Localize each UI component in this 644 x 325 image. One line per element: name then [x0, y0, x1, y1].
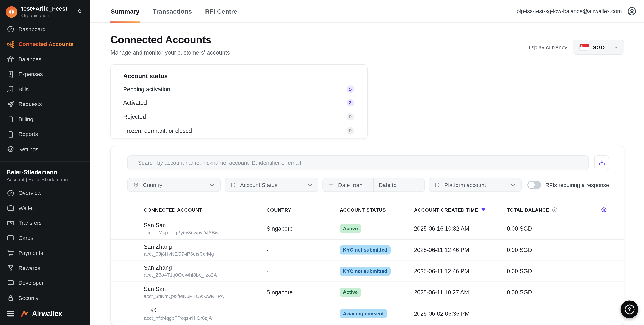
singapore-flag-icon — [580, 44, 589, 51]
date-to-input[interactable]: Date to — [374, 178, 424, 191]
count-badge: 2 — [347, 99, 354, 107]
table-row[interactable]: San Zhang acct_03j8HyNEO9-iP6djsCcrMg - … — [111, 239, 624, 261]
globe-icon — [8, 9, 15, 15]
tab-bar: Summary Transactions RFI Centre — [110, 0, 237, 23]
topbar-user[interactable]: plp-iss-test-sg-low-balance@airwallex.co… — [517, 0, 637, 23]
sidebar-item-requests[interactable]: Requests — [0, 97, 90, 112]
sidebar-item-overview[interactable]: Overview — [0, 185, 90, 200]
info-icon[interactable] — [552, 207, 558, 213]
org-switcher[interactable]: test+Arlie_Feest Organisation — [0, 0, 90, 19]
country-cell: Singapore — [266, 289, 340, 296]
credit-card-icon — [6, 234, 15, 242]
created-time-cell: 2025-06-16 10:32 AM — [414, 225, 507, 232]
accounts-table-card: Country Account Status — [110, 146, 624, 325]
count-badge: 5 — [347, 86, 354, 93]
status-badge: Active — [340, 224, 361, 233]
column-country: COUNTRY — [266, 207, 340, 213]
rfi-toggle[interactable] — [527, 181, 541, 189]
status-badge: Awaiting consent — [340, 309, 387, 318]
platform-account-filter[interactable]: Platform account — [429, 178, 522, 192]
status-row-activated[interactable]: Activated 2 — [123, 96, 354, 110]
org-menu: Dashboard Connected Accounts Balances Ex… — [0, 22, 90, 157]
date-range-filter: Date from Date to — [322, 178, 425, 192]
app: test+Arlie_Feest Organisation Dashboard … — [0, 0, 644, 325]
sidebar-item-balances[interactable]: Balances — [0, 52, 90, 67]
paper-plane-icon — [6, 100, 15, 108]
invoice-icon — [6, 85, 15, 93]
sidebar-item-rewards[interactable]: Rewards — [0, 260, 90, 275]
org-selector-icon[interactable] — [76, 8, 83, 16]
main-area: Summary Transactions RFI Centre plp-iss-… — [90, 0, 644, 325]
help-button[interactable]: ? — [621, 300, 638, 318]
currency-code: SGD — [592, 44, 604, 50]
lock-icon — [6, 294, 15, 302]
download-icon — [598, 159, 606, 167]
account-status-card: Account status Pending activation 5 Acti… — [110, 64, 368, 139]
status-row-rejected[interactable]: Rejected 0 — [123, 110, 354, 124]
platform-tag-icon — [434, 182, 441, 188]
document-icon — [6, 130, 15, 138]
monitor-icon — [6, 279, 15, 287]
country-filter[interactable]: Country — [127, 178, 220, 192]
tab-transactions[interactable]: Transactions — [153, 0, 192, 23]
sidebar-item-billing[interactable]: Billing — [0, 112, 90, 127]
account-name: 三 张 — [144, 306, 266, 314]
currency-select[interactable]: SGD — [573, 40, 624, 55]
sidebar-item-cards[interactable]: Cards — [0, 231, 90, 245]
account-subtitle: Account | Beier-Stiedemann — [6, 177, 83, 182]
table-row[interactable]: San San acct_FMcp_iqqPy6y8owpvDJABw Sing… — [111, 218, 624, 239]
download-button[interactable] — [594, 155, 609, 170]
sidebar-item-security[interactable]: Security — [0, 290, 90, 305]
balance-cell: - — [507, 310, 609, 317]
account-status-filter[interactable]: Account Status — [224, 178, 318, 192]
location-pin-icon — [133, 182, 139, 188]
sort-desc-icon[interactable] — [482, 208, 486, 212]
created-time-cell: 2025-06-02 06:36 PM — [414, 310, 507, 317]
count-badge: 0 — [347, 127, 354, 134]
column-account-created-time[interactable]: ACCOUNT CREATED TIME — [414, 207, 507, 213]
balance-cell: 0.00 SGD — [507, 289, 609, 296]
connected-accounts-icon — [6, 40, 15, 49]
date-from-input[interactable]: Date from — [323, 178, 374, 191]
tab-summary[interactable]: Summary — [110, 0, 140, 23]
banknote-icon — [6, 219, 15, 227]
column-settings-gear-icon[interactable] — [600, 206, 607, 213]
display-currency-label: Display currency — [526, 44, 567, 50]
sidebar-item-settings[interactable]: Settings — [0, 142, 90, 157]
status-badge: KYC not submitted — [340, 267, 390, 276]
account-menu: Overview Wallet Transfers Cards — [0, 185, 90, 305]
sidebar-item-dashboard[interactable]: Dashboard — [0, 22, 90, 37]
chevron-down-icon — [209, 182, 215, 188]
trophy-icon — [6, 264, 15, 272]
sidebar-item-developer[interactable]: Developer — [0, 276, 90, 290]
sidebar-item-payments[interactable]: Payments — [0, 245, 90, 260]
dashboard-icon — [6, 25, 15, 34]
balance-cell: 0.00 SGD — [507, 247, 609, 253]
account-id: acct_hfxMqgpTPkqs-rHIOr6qjA — [144, 315, 266, 321]
search-input[interactable] — [127, 155, 589, 170]
sidebar-item-transfers[interactable]: Transfers — [0, 216, 90, 231]
column-total-balance: TOTAL BALANCE — [507, 207, 609, 213]
display-currency: Display currency SGD — [526, 40, 624, 55]
question-mark-icon: ? — [624, 304, 634, 314]
menu-collapse-icon[interactable] — [8, 311, 14, 316]
status-row-pending[interactable]: Pending activation 5 — [123, 82, 354, 96]
sidebar-item-reports[interactable]: Reports — [0, 127, 90, 142]
account-id: acct_FMcp_iqqPy6y8owpvDJABw — [144, 230, 266, 235]
account-name: San Zhang — [144, 243, 266, 250]
sidebar-item-connected-accounts[interactable]: Connected Accounts — [0, 37, 90, 52]
table-row[interactable]: San San acct_3hKmQ9xfMN6PBOv5JwREPA Sing… — [111, 282, 624, 303]
status-badge: Active — [340, 288, 361, 297]
airwallex-logo-text: Airwallex — [32, 309, 62, 318]
account-id: acct_03j8HyNEO9-iP6djsCcrMg — [144, 251, 266, 257]
table-row[interactable]: San Zhang acct_Z3o4T1q0OeWhI8be_fzo2A - … — [111, 261, 624, 282]
sidebar-item-bills[interactable]: Bills — [0, 82, 90, 97]
page-subtitle: Manage and monitor your customers' accou… — [110, 49, 230, 56]
sidebar-item-expenses[interactable]: Expenses — [0, 67, 90, 82]
tab-rfi-centre[interactable]: RFI Centre — [205, 0, 237, 23]
table-row[interactable]: 三 张 acct_hfxMqgpTPkqs-rHIOr6qjA - Awaiti… — [111, 303, 624, 324]
sidebar-item-wallet[interactable]: Wallet — [0, 200, 90, 215]
table-header: CONNECTED ACCOUNT COUNTRY ACCOUNT STATUS… — [111, 202, 624, 218]
status-row-frozen[interactable]: Frozen, dormant, or closed 0 — [123, 124, 354, 137]
user-avatar-icon[interactable] — [627, 6, 637, 17]
